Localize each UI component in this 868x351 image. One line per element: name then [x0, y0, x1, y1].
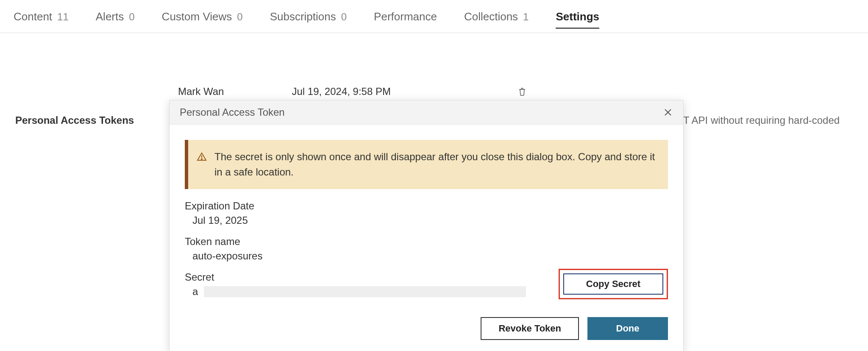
expiration-label: Expiration Date — [185, 200, 668, 212]
tab-count: 0 — [129, 11, 134, 23]
tab-label: Alerts — [96, 10, 124, 23]
secret-field: Secret a Copy Secret — [185, 271, 668, 299]
tab-collections[interactable]: Collections 1 — [464, 10, 529, 28]
background-text-fragment: T API without requiring hard-coded — [683, 114, 840, 126]
tab-count: 11 — [57, 11, 69, 23]
token-name-field: Token name auto-exposures — [185, 236, 668, 262]
tab-custom-views[interactable]: Custom Views 0 — [162, 10, 243, 28]
tab-count: 1 — [523, 11, 529, 23]
copy-secret-button[interactable]: Copy Secret — [563, 273, 663, 295]
expiration-field: Expiration Date Jul 19, 2025 — [185, 200, 668, 226]
modal-body: The secret is only shown once and will d… — [170, 125, 683, 308]
token-name-label: Token name — [185, 236, 668, 248]
tab-count: 0 — [237, 11, 242, 23]
tab-label: Collections — [464, 10, 518, 23]
trash-icon[interactable] — [518, 86, 526, 98]
tab-content[interactable]: Content 11 — [14, 10, 69, 28]
tab-count: 0 — [341, 11, 347, 23]
secret-label: Secret — [185, 271, 542, 283]
modal-header: Personal Access Token — [170, 100, 683, 125]
modal-title: Personal Access Token — [180, 106, 285, 118]
copy-secret-highlight: Copy Secret — [559, 269, 668, 299]
svg-point-3 — [201, 159, 202, 159]
token-row-date: Jul 19, 2024, 9:58 PM — [292, 86, 390, 98]
personal-access-token-modal: Personal Access Token The secret is only… — [169, 100, 684, 351]
close-icon[interactable] — [663, 107, 673, 117]
tab-label: Content — [14, 10, 52, 23]
warning-icon — [197, 151, 207, 180]
tab-label: Subscriptions — [270, 10, 336, 23]
tab-alerts[interactable]: Alerts 0 — [96, 10, 135, 28]
secret-visible-char: a — [192, 286, 198, 298]
token-row-name: Mark Wan — [178, 86, 224, 98]
tab-settings[interactable]: Settings — [556, 10, 599, 29]
warning-banner: The secret is only shown once and will d… — [185, 140, 668, 189]
done-button[interactable]: Done — [587, 317, 668, 340]
revoke-token-button[interactable]: Revoke Token — [481, 317, 579, 340]
tab-label: Custom Views — [162, 10, 232, 23]
secret-masked — [204, 286, 526, 297]
tab-subscriptions[interactable]: Subscriptions 0 — [270, 10, 347, 28]
warning-text: The secret is only shown once and will d… — [214, 149, 655, 180]
content-area: Personal Access Tokens T API without req… — [0, 33, 868, 67]
token-name-value: auto-exposures — [185, 248, 668, 262]
tab-label: Performance — [374, 10, 437, 23]
tab-label: Settings — [556, 10, 599, 23]
expiration-value: Jul 19, 2025 — [185, 212, 668, 226]
token-row-peek: Mark Wan Jul 19, 2024, 9:58 PM — [178, 86, 526, 98]
tab-performance[interactable]: Performance — [374, 10, 437, 28]
modal-footer: Revoke Token Done — [170, 308, 683, 351]
section-title: Personal Access Tokens — [15, 114, 134, 126]
tab-bar: Content 11 Alerts 0 Custom Views 0 Subsc… — [0, 0, 868, 33]
